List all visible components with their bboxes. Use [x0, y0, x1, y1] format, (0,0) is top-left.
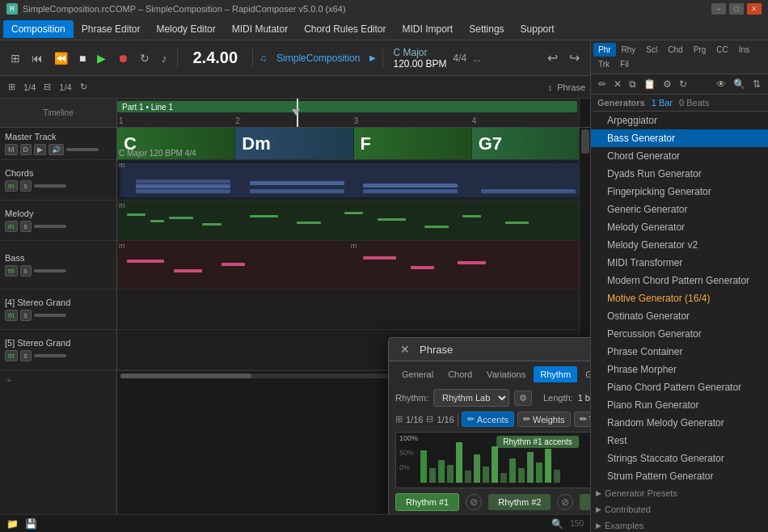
loop-button[interactable]: ↻	[136, 49, 154, 67]
rp-paste-btn[interactable]: 📋	[641, 78, 658, 91]
new-button[interactable]: ⊞	[6, 49, 24, 67]
master-volume-slider[interactable]	[66, 148, 99, 151]
gen-random-melody[interactable]: Random Melody Generator	[591, 414, 768, 432]
rp-sort-btn[interactable]: ⇅	[750, 78, 763, 91]
gen-dyads-run[interactable]: Dyads Run Generator	[591, 165, 768, 183]
close-button[interactable]: ✕	[747, 3, 762, 15]
rp-tab-fil[interactable]: Fil	[615, 57, 634, 71]
menu-composition[interactable]: Composition	[3, 20, 74, 38]
maximize-button[interactable]: □	[729, 3, 744, 15]
menu-chord-rules-editor[interactable]: Chord Rules Editor	[296, 20, 394, 38]
vscroll-thumb[interactable]	[581, 129, 589, 154]
tab-chord[interactable]: Chord	[441, 366, 479, 382]
rhythm2-button[interactable]: Rhythm #2	[488, 494, 551, 510]
chord-G7[interactable]: G7	[472, 128, 590, 159]
gen-motive[interactable]: Motive Generator (16/4)	[591, 289, 768, 307]
gen-fingerpicking[interactable]: Fingerpicking Generator	[591, 183, 768, 201]
gen-strings-staccato[interactable]: Strings Staccato Generator	[591, 450, 768, 467]
master-solo-btn[interactable]: D	[20, 144, 32, 155]
gen-midi-transformer[interactable]: MIDI Transformer	[591, 254, 768, 272]
snap-button[interactable]: ↻	[77, 80, 91, 94]
bass-m-btn[interactable]: m	[5, 265, 18, 277]
rp-search-btn[interactable]: 🔍	[731, 78, 748, 91]
menu-settings[interactable]: Settings	[461, 20, 512, 38]
tab-generator[interactable]: Generator	[579, 366, 590, 382]
stereo1-s-btn[interactable]: s	[20, 310, 32, 321]
rhythm1-cancel-button[interactable]: ⊘	[466, 494, 482, 510]
chord-Dm[interactable]: Dm	[235, 128, 353, 159]
minimize-button[interactable]: −	[711, 3, 726, 15]
rp-tab-cc[interactable]: CC	[711, 43, 732, 57]
rhythm3-button[interactable]: Rhythm #3	[580, 494, 590, 510]
rp-settings-btn[interactable]: ⚙	[660, 78, 674, 91]
rewind-button[interactable]: ⏪	[50, 49, 72, 67]
quantize2-icon[interactable]: ⊟	[40, 80, 54, 94]
tab-variations[interactable]: Variations	[480, 366, 532, 382]
gen-piano-run[interactable]: Piano Run Generator	[591, 396, 768, 414]
rp-eye-btn[interactable]: 👁	[714, 78, 728, 91]
bass-volume-slider[interactable]	[34, 269, 66, 272]
dialog-close-button[interactable]: ✕	[397, 343, 413, 356]
stereo2-volume-slider[interactable]	[34, 354, 66, 357]
rp-cross-btn[interactable]: ✕	[611, 78, 624, 91]
gen-modern-chord[interactable]: Modern Chord Pattern Generator	[591, 272, 768, 289]
bass-s-btn[interactable]: s	[20, 265, 32, 277]
rp-tab-ins[interactable]: Ins	[734, 43, 754, 57]
rhythm-settings-btn[interactable]: ⚙	[514, 391, 532, 406]
stop-button[interactable]: ■	[75, 49, 90, 67]
gen-strum[interactable]: Strum Pattern Generator	[591, 467, 768, 485]
tab-general[interactable]: General	[395, 366, 440, 382]
chord-F[interactable]: F	[354, 128, 472, 159]
gen-rest[interactable]: Rest	[591, 432, 768, 450]
gen-piano-chord[interactable]: Piano Chord Pattern Generator	[591, 378, 768, 396]
stereo1-m-btn[interactable]: m	[5, 310, 18, 321]
more-button[interactable]: ...	[473, 53, 481, 64]
rp-pencil-btn[interactable]: ✏	[596, 78, 609, 91]
rhythm1-button[interactable]: Rhythm #1	[395, 493, 459, 511]
prev-button[interactable]: ⏮	[27, 49, 47, 67]
record-button[interactable]: ⏺	[113, 49, 133, 67]
chords-s-btn[interactable]: s	[20, 180, 32, 192]
chords-m-btn[interactable]: m	[5, 180, 18, 192]
rp-tab-scl[interactable]: Scl	[641, 43, 662, 57]
gen-melody[interactable]: Melody Generator	[591, 218, 768, 236]
master-mute-btn[interactable]: 🔊	[49, 144, 64, 155]
weights-button[interactable]: ✏ Weights	[517, 412, 571, 427]
rp-tab-chd[interactable]: Chd	[663, 43, 687, 57]
gen-percussion[interactable]: Percussion Generator	[591, 325, 768, 343]
rhythm2-cancel-button[interactable]: ⊘	[557, 494, 573, 510]
midi-button[interactable]: ♪	[157, 49, 171, 67]
add-track-button[interactable]: +	[0, 370, 116, 390]
gen-arpeggiator[interactable]: Arpeggiator	[591, 112, 768, 129]
play-button[interactable]: ▶	[93, 49, 110, 67]
melody-m-btn[interactable]: m	[5, 221, 18, 232]
rp-tab-rhy[interactable]: Rhy	[617, 43, 641, 57]
rhythm-select[interactable]: Rhythm Lab	[433, 389, 509, 407]
gen-bass-generator[interactable]: Bass Generator	[591, 129, 768, 147]
folder-icon[interactable]: 📁	[6, 518, 19, 530]
rp-tab-phr[interactable]: Phr	[593, 43, 616, 57]
hscroll-thumb[interactable]	[120, 374, 251, 378]
melody-s-btn[interactable]: s	[20, 221, 32, 232]
zoom-status-icon[interactable]: 🔍	[551, 518, 563, 530]
rp-tab-prg[interactable]: Prg	[689, 43, 711, 57]
part-bar[interactable]: Part 1 • Line 1	[117, 101, 577, 112]
stereo1-volume-slider[interactable]	[34, 314, 66, 317]
menu-midi-mutator[interactable]: MIDI Mutator	[224, 20, 296, 38]
tab-rhythm[interactable]: Rhythm	[534, 366, 577, 382]
gen-phrase-container[interactable]: Phrase Container	[591, 343, 768, 361]
stereo2-m-btn[interactable]: m	[5, 350, 18, 361]
master-midi-btn[interactable]: M	[5, 144, 18, 155]
timing-button[interactable]: ✏ Timing	[574, 412, 590, 427]
menu-support[interactable]: Support	[513, 20, 563, 38]
rp-copy-btn[interactable]: ⧉	[627, 78, 639, 91]
gen-chord-generator[interactable]: Chord Generator	[591, 147, 768, 165]
rp-tab-trk[interactable]: Trk	[593, 57, 614, 71]
menu-midi-import[interactable]: MIDI Import	[395, 20, 462, 38]
quantize-icon[interactable]: ⊞	[5, 80, 19, 94]
gen-section-presets[interactable]: ▶ Generator Presets	[591, 485, 768, 501]
stereo2-s-btn[interactable]: s	[20, 350, 32, 361]
chords-volume-slider[interactable]	[34, 184, 66, 188]
gen-section-contributed[interactable]: ▶ Contributed	[591, 501, 768, 517]
melody-volume-slider[interactable]	[34, 225, 66, 228]
